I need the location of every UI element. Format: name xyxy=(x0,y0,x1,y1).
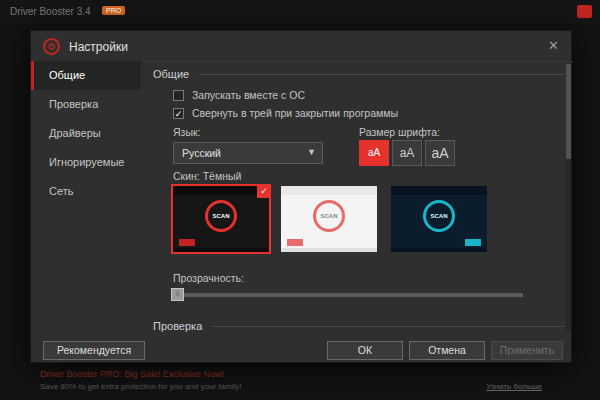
gift-icon[interactable] xyxy=(577,5,592,18)
dialog-header: ⚙ Настройки ✕ xyxy=(31,31,571,61)
selected-check-icon: ✓ xyxy=(257,184,271,198)
skin-preview-navy[interactable]: SCAN xyxy=(391,186,487,252)
checkbox-minimize-to-tray[interactable]: ✓ Свернуть в трей при закрытии программы xyxy=(173,107,398,119)
sidebar-item-scan[interactable]: Проверка xyxy=(31,90,141,119)
skin-label: Скин: Тёмный xyxy=(173,170,241,182)
ok-button[interactable]: ОК xyxy=(327,341,403,360)
settings-dialog: ⚙ Настройки ✕ Общие Проверка Драйверы Иг… xyxy=(30,30,572,363)
promo-headline: Driver Booster PRO: Big Sale! Exclusive … xyxy=(40,369,224,379)
section-general: Общие xyxy=(153,68,564,80)
mini-action-button xyxy=(287,239,303,246)
section-general-label: Общие xyxy=(153,68,189,80)
mini-footer xyxy=(173,248,269,252)
transparency-slider-handle[interactable]: ⠿ xyxy=(171,288,184,301)
section-scan: Проверка xyxy=(153,320,564,332)
language-select[interactable]: Русский ▼ xyxy=(173,142,323,164)
pro-badge: PRO xyxy=(102,6,125,15)
promo-subline: Save 80% to get extra protection for you… xyxy=(40,382,241,391)
promo-link[interactable]: Узнать больше xyxy=(486,382,542,391)
mini-titlebar xyxy=(391,186,487,195)
mini-action-button xyxy=(179,239,195,246)
cancel-button[interactable]: Отмена xyxy=(409,341,485,360)
font-size-medium-button[interactable]: аА xyxy=(392,140,422,166)
mini-footer xyxy=(391,248,487,252)
app-title: Driver Booster 3.4 xyxy=(10,6,91,17)
skin-preview-dark[interactable]: ✓ SCAN xyxy=(173,186,269,252)
divider xyxy=(212,326,564,327)
mini-footer xyxy=(281,248,377,252)
mini-action-button xyxy=(465,239,481,246)
transparency-label: Прозрачность: xyxy=(173,272,244,284)
divider xyxy=(199,74,564,75)
settings-sidebar: Общие Проверка Драйверы Игнорируемые Сет… xyxy=(31,61,141,362)
close-icon[interactable]: ✕ xyxy=(548,38,559,53)
scrollbar-thumb[interactable] xyxy=(566,64,571,159)
font-size-large-button[interactable]: аА xyxy=(425,140,455,166)
font-size-label: Размер шрифта: xyxy=(359,126,440,138)
app-titlebar: Driver Booster 3.4 PRO xyxy=(0,0,600,24)
transparency-slider-track[interactable] xyxy=(173,293,523,297)
mini-scan-button: SCAN xyxy=(423,200,455,232)
section-scan-label: Проверка xyxy=(153,320,202,332)
checkbox-autostart[interactable]: ✓ Запускать вместе с ОС xyxy=(173,89,305,101)
dialog-title: Настройки xyxy=(69,40,128,54)
font-size-small-button[interactable]: аА xyxy=(359,140,389,166)
gear-icon: ⚙ xyxy=(43,38,60,55)
checkbox-icon: ✓ xyxy=(173,108,184,119)
language-label: Язык: xyxy=(173,126,200,138)
content-scrollbar[interactable] xyxy=(566,64,571,331)
checkbox-autostart-label: Запускать вместе с ОС xyxy=(192,89,305,101)
skin-preview-light[interactable]: SCAN xyxy=(281,186,377,252)
skin-preview-dark-art: SCAN xyxy=(173,186,269,252)
mini-titlebar xyxy=(281,186,377,195)
sidebar-item-network[interactable]: Сеть xyxy=(31,177,141,206)
settings-content: Общие ✓ Запускать вместе с ОС ✓ Свернуть… xyxy=(142,61,573,333)
mini-scan-button: SCAN xyxy=(205,200,237,232)
skin-preview-navy-art: SCAN xyxy=(391,186,487,252)
mini-titlebar xyxy=(173,186,269,195)
sidebar-item-general[interactable]: Общие xyxy=(31,61,141,90)
chevron-down-icon: ▼ xyxy=(307,147,316,157)
checkbox-icon: ✓ xyxy=(173,90,184,101)
checkbox-minimize-label: Свернуть в трей при закрытии программы xyxy=(192,107,398,119)
sidebar-item-ignored[interactable]: Игнорируемые xyxy=(31,148,141,177)
skin-preview-light-art: SCAN xyxy=(281,186,377,252)
language-selected-value: Русский xyxy=(182,147,221,159)
apply-button[interactable]: Применить xyxy=(491,341,563,360)
recommended-button[interactable]: Рекомендуется xyxy=(43,341,145,360)
mini-scan-button: SCAN xyxy=(313,200,345,232)
sidebar-item-drivers[interactable]: Драйверы xyxy=(31,119,141,148)
